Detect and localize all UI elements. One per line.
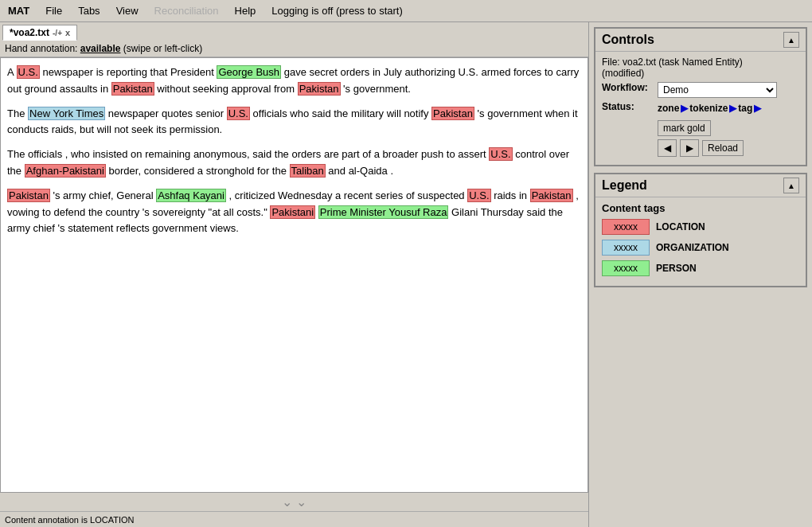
- text-area[interactable]: A U.S. newspaper is reporting that Presi…: [0, 57, 588, 493]
- legend-box: Legend ▲ Content tags xxxxx LOCATION xxx…: [594, 173, 807, 287]
- annotation-available[interactable]: available: [80, 43, 121, 54]
- entity-afghan-pakistani[interactable]: Afghan-Pakistani: [25, 164, 106, 178]
- status-bar: Content annotation is LOCATION: [0, 511, 588, 527]
- status-label: Status:: [602, 101, 658, 112]
- entity-nyt[interactable]: New York Times: [28, 107, 105, 120]
- legend-label-person: PERSON: [656, 263, 697, 274]
- entity-pakistan-1[interactable]: Pakistan: [111, 82, 154, 96]
- status-content: zone ▶ tokenize ▶ tag ▶ mark gold ◀: [658, 101, 761, 157]
- menu-view[interactable]: View: [113, 3, 142, 18]
- file-info: File: voa2.txt (task Named Entity) (modi…: [602, 57, 743, 79]
- nav-buttons: ◀ ▶ Reload: [658, 139, 761, 157]
- main-layout: *voa2.txt -/+ x Hand annotation: availab…: [0, 22, 812, 527]
- legend-sample-org: xxxxx: [602, 240, 650, 256]
- file-info-row: File: voa2.txt (task Named Entity) (modi…: [602, 57, 799, 79]
- arrow-3: ▶: [754, 103, 761, 114]
- legend-header: Legend ▲: [595, 174, 806, 197]
- legend-collapse-btn[interactable]: ▲: [783, 178, 799, 193]
- menu-reconciliation: Reconciliation: [151, 3, 222, 18]
- entity-taliban[interactable]: Taliban: [290, 164, 326, 178]
- paragraph-4: Pakistan 's army chief, General Ashfaq K…: [7, 188, 581, 237]
- controls-collapse-btn[interactable]: ▲: [783, 32, 799, 48]
- legend-content: Content tags xxxxx LOCATION xxxxx ORGANI…: [595, 197, 806, 286]
- menubar: MAT File Tabs View Reconciliation Help L…: [0, 0, 812, 22]
- arrow-2: ▶: [729, 103, 736, 114]
- tab-bar: *voa2.txt -/+ x: [0, 22, 588, 41]
- entity-yousuf-raza[interactable]: Prime Minister Yousuf Raza: [318, 205, 449, 219]
- entity-pakistan-3[interactable]: Pakistan: [431, 107, 474, 120]
- mark-gold-container: mark gold: [658, 117, 761, 136]
- legend-row-person: xxxxx PERSON: [602, 260, 799, 276]
- entity-pakistan-2[interactable]: Pakistan: [298, 82, 341, 96]
- controls-content: File: voa2.txt (task Named Entity) (modi…: [595, 52, 806, 165]
- entity-us-1[interactable]: U.S.: [17, 65, 40, 79]
- entity-us-2[interactable]: U.S.: [227, 107, 250, 120]
- menu-logging[interactable]: Logging is off (press to start): [268, 3, 406, 18]
- legend-title: Legend: [602, 178, 647, 193]
- scroll-arrows: ⌄ ⌄: [282, 494, 306, 509]
- annotation-suffix: (swipe or left-click): [123, 43, 202, 54]
- paragraph-2: The New York Times newspaper quotes seni…: [7, 106, 581, 139]
- entity-george-bush[interactable]: George Bush: [217, 65, 281, 79]
- legend-row-org: xxxxx ORGANIZATION: [602, 240, 799, 256]
- legend-label-org: ORGANIZATION: [656, 242, 729, 253]
- workflow-row: Workflow: Demo: [602, 82, 799, 98]
- tab-resize[interactable]: -/+: [53, 29, 62, 37]
- menu-help[interactable]: Help: [232, 3, 260, 18]
- entity-pakistan-4[interactable]: Pakistan: [7, 189, 50, 202]
- right-panel: Controls ▲ File: voa2.txt (task Named En…: [589, 22, 812, 527]
- annotation-bar: Hand annotation: available (swipe or lef…: [0, 41, 588, 57]
- left-panel: *voa2.txt -/+ x Hand annotation: availab…: [0, 22, 589, 527]
- entity-pakistani[interactable]: Pakistani: [270, 205, 315, 219]
- nav-next-button[interactable]: ▶: [680, 139, 699, 157]
- menu-file[interactable]: File: [42, 3, 65, 18]
- active-tab[interactable]: *voa2.txt -/+ x: [2, 25, 77, 41]
- paragraph-1: A U.S. newspaper is reporting that Presi…: [7, 64, 581, 98]
- entity-pakistan-5[interactable]: Pakistan: [530, 189, 573, 202]
- controls-box: Controls ▲ File: voa2.txt (task Named En…: [594, 27, 807, 166]
- mark-gold-button[interactable]: mark gold: [658, 120, 711, 136]
- legend-label-location: LOCATION: [656, 221, 705, 232]
- status-text: Content annotation is LOCATION: [5, 515, 134, 525]
- entity-us-4[interactable]: U.S.: [467, 189, 490, 202]
- annotation-prefix: Hand annotation:: [5, 43, 77, 54]
- content-tags-label: Content tags: [602, 202, 799, 214]
- nav-prev-button[interactable]: ◀: [658, 139, 677, 157]
- paragraph-3: The officials , who insisted on remainin…: [7, 146, 581, 180]
- menu-mat[interactable]: MAT: [5, 3, 33, 18]
- pipeline-zone: zone: [658, 103, 679, 114]
- entity-ashfaq-kayani[interactable]: Ashfaq Kayani: [156, 189, 226, 202]
- pipeline: zone ▶ tokenize ▶ tag ▶: [658, 103, 761, 114]
- controls-title: Controls: [602, 33, 654, 47]
- workflow-select[interactable]: Demo: [658, 82, 777, 98]
- status-row: Status: zone ▶ tokenize ▶ tag ▶ mark gol…: [602, 101, 799, 157]
- workflow-label: Workflow:: [602, 82, 658, 93]
- tab-label: *voa2.txt: [10, 27, 49, 38]
- pipeline-tokenize: tokenize: [689, 103, 728, 114]
- legend-sample-location: xxxxx: [602, 219, 650, 235]
- scroll-indicator: ⌄ ⌄: [0, 493, 588, 511]
- controls-header: Controls ▲: [595, 29, 806, 52]
- tab-close[interactable]: x: [65, 28, 70, 37]
- reload-button[interactable]: Reload: [702, 140, 744, 156]
- arrow-1: ▶: [681, 103, 688, 114]
- legend-sample-person: xxxxx: [602, 260, 650, 276]
- pipeline-tag: tag: [738, 103, 752, 114]
- entity-us-3[interactable]: U.S.: [489, 147, 512, 161]
- legend-row-location: xxxxx LOCATION: [602, 219, 799, 235]
- menu-tabs[interactable]: Tabs: [75, 3, 103, 18]
